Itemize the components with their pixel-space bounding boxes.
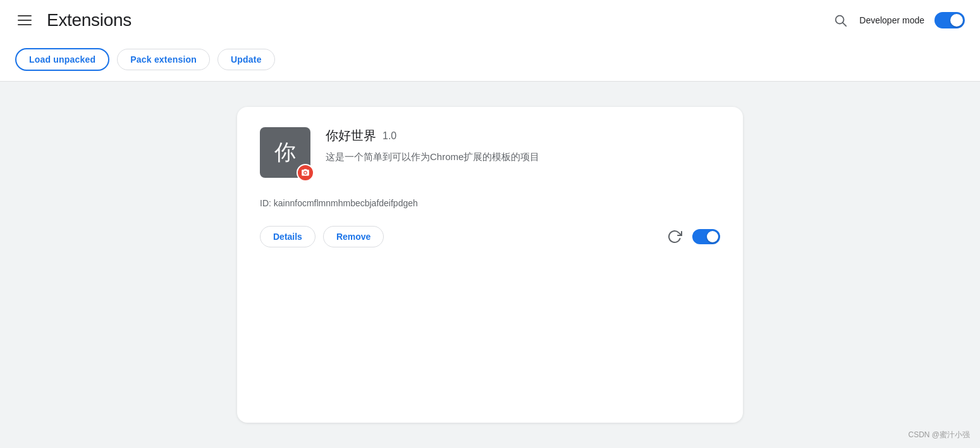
extension-info: 你好世界 1.0 这是一个简单到可以作为Chrome扩展的模板的项目 xyxy=(326,127,720,165)
extension-camera-badge xyxy=(297,164,314,182)
menu-icon[interactable] xyxy=(15,13,34,28)
extension-description: 这是一个简单到可以作为Chrome扩展的模板的项目 xyxy=(326,149,680,165)
card-bottom: Details Remove xyxy=(260,226,720,247)
extension-name-row: 你好世界 1.0 xyxy=(326,127,720,144)
pack-extension-button[interactable]: Pack extension xyxy=(117,49,210,70)
header: Extensions Developer mode xyxy=(0,0,980,40)
extension-version: 1.0 xyxy=(383,130,396,142)
toolbar: Load unpacked Pack extension Update xyxy=(0,40,980,81)
card-top: 你 你好世界 1.0 这是一个简单到可以作为Chrome扩展的模板的项目 xyxy=(260,127,720,178)
header-left: Extensions xyxy=(15,10,132,30)
extension-id: ID: kainnfocmflmnmhmbecbjafdeifpdgeh xyxy=(260,198,720,208)
extension-enable-toggle[interactable] xyxy=(692,229,720,244)
watermark: CSDN @蜜汁小强 xyxy=(908,430,970,440)
search-icon[interactable] xyxy=(831,11,849,29)
extension-icon-char: 你 xyxy=(274,138,296,167)
extension-name: 你好世界 xyxy=(326,127,376,144)
extension-icon-wrapper: 你 xyxy=(260,127,310,178)
reload-icon[interactable] xyxy=(665,227,685,247)
load-unpacked-button[interactable]: Load unpacked xyxy=(15,48,109,71)
developer-mode-label: Developer mode xyxy=(859,15,924,25)
extension-card: 你 你好世界 1.0 这是一个简单到可以作为Chrome扩展的模板的项目 xyxy=(237,107,743,423)
remove-button[interactable]: Remove xyxy=(323,226,384,247)
update-button[interactable]: Update xyxy=(217,49,275,70)
developer-mode-toggle[interactable] xyxy=(934,12,965,28)
details-button[interactable]: Details xyxy=(260,226,315,247)
page-title: Extensions xyxy=(47,10,132,30)
svg-line-1 xyxy=(843,23,846,26)
header-right: Developer mode xyxy=(831,11,965,29)
main-content: 你 你好世界 1.0 这是一个简单到可以作为Chrome扩展的模板的项目 xyxy=(0,82,980,448)
